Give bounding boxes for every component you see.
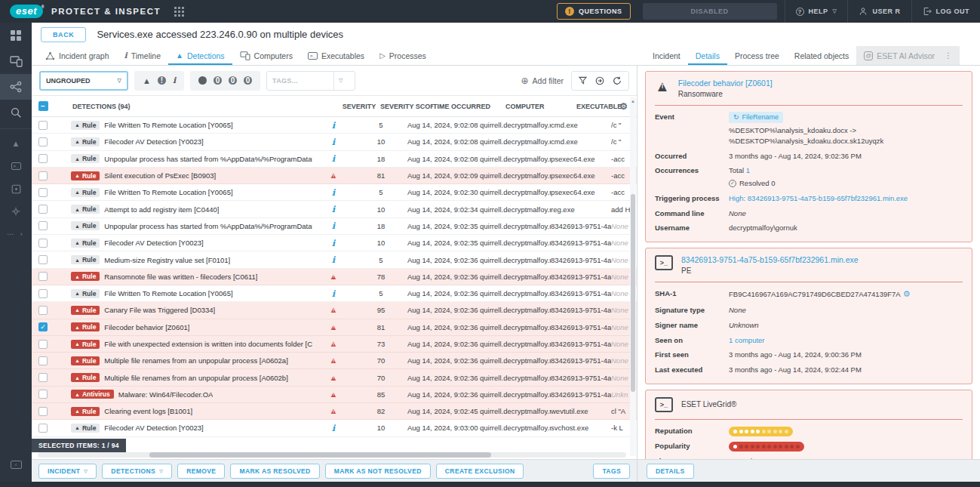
sidebar-item-computers[interactable] bbox=[0, 48, 32, 74]
table-row[interactable]: ▲RuleMedium-size Registry value set [F01… bbox=[32, 251, 637, 268]
row-checkbox[interactable] bbox=[38, 390, 48, 399]
tab-detections[interactable]: ▲Detections bbox=[168, 46, 232, 65]
sidebar-item-events[interactable] bbox=[0, 200, 32, 223]
back-button[interactable]: BACK bbox=[41, 27, 86, 42]
tab-computers[interactable]: Computers bbox=[232, 46, 300, 65]
funnel-icon[interactable] bbox=[579, 76, 587, 85]
mark-resolved-button[interactable]: MARK AS RESOLVED bbox=[230, 464, 319, 479]
file-rename-chip[interactable]: ↻FileRename bbox=[729, 112, 783, 123]
logout-button[interactable]: LOG OUT bbox=[911, 0, 980, 23]
executable-link[interactable]: 83426913-9751-4a75-b159-65f7bf232961.min… bbox=[681, 255, 859, 264]
table-row[interactable]: ▲RuleUnpopular process has started from … bbox=[32, 218, 637, 235]
tab-incident[interactable]: Incident bbox=[645, 46, 688, 65]
table-row[interactable]: ▲RuleFilecoder AV Detection [Y0023]i10Au… bbox=[32, 235, 637, 251]
seen-on-link[interactable]: 1 computer bbox=[729, 335, 963, 346]
table-row[interactable]: ▲RuleSilent execution of PsExec [B0903]▲… bbox=[32, 168, 637, 184]
row-checkbox[interactable] bbox=[38, 255, 48, 264]
tab-process-tree[interactable]: Process tree bbox=[727, 46, 787, 65]
column-severity-score[interactable]: SEVERITY SCORE bbox=[380, 103, 433, 110]
row-checkbox[interactable] bbox=[38, 373, 48, 382]
row-checkbox[interactable] bbox=[38, 188, 48, 197]
row-checkbox[interactable] bbox=[38, 272, 48, 281]
grouping-select[interactable]: UNGROUPED ▽ bbox=[39, 71, 128, 91]
column-settings-icon[interactable]: ⚙ bbox=[619, 101, 628, 112]
row-checkbox[interactable] bbox=[38, 289, 48, 298]
chevron-down-icon[interactable]: ▽ bbox=[333, 72, 347, 90]
table-row[interactable]: ▲RuleFile Written To Remote Location [Y0… bbox=[32, 184, 637, 201]
column-executable[interactable]: EXECUTABLE bbox=[576, 103, 637, 110]
info-filter-icon[interactable]: i bbox=[173, 76, 176, 85]
column-severity[interactable]: SEVERITY bbox=[338, 103, 380, 110]
questions-button[interactable]: ! QUESTIONS bbox=[557, 3, 631, 20]
sidebar-collapse-button[interactable]: ‹ bbox=[0, 453, 32, 476]
row-checkbox[interactable] bbox=[38, 205, 48, 214]
score-filter-3-icon[interactable]: 0 bbox=[229, 76, 237, 85]
tab-timeline[interactable]: iTimeline bbox=[117, 46, 168, 65]
kebab-menu-icon[interactable]: ⋮ bbox=[945, 51, 952, 60]
row-checkbox[interactable] bbox=[38, 171, 48, 180]
create-exclusion-button[interactable]: CREATE EXCLUSION bbox=[436, 464, 524, 479]
sidebar-item-dashboard[interactable] bbox=[0, 23, 32, 48]
row-checkbox[interactable] bbox=[38, 424, 48, 433]
apps-grid-icon[interactable] bbox=[174, 7, 184, 17]
row-checkbox[interactable]: ✓ bbox=[38, 322, 48, 331]
sidebar-item-incidents[interactable] bbox=[0, 74, 32, 100]
table-row[interactable]: ▲RuleCanary File was Triggered [D0334]▲9… bbox=[32, 302, 637, 319]
sidebar-item-detections[interactable]: ▲ bbox=[0, 132, 32, 155]
incident-menu-button[interactable]: INCIDENT▽ bbox=[38, 464, 97, 479]
row-checkbox[interactable] bbox=[38, 356, 48, 365]
column-time-occurred[interactable]: TIME OCCURRED bbox=[433, 103, 505, 110]
refresh-icon[interactable] bbox=[613, 76, 622, 85]
table-row[interactable]: ▲RuleFilecoder AV Detection [Y0023]i10Au… bbox=[32, 134, 637, 150]
table-row[interactable]: ▲RuleMultiple file renames from an unpop… bbox=[32, 369, 637, 386]
table-row[interactable]: ▲RuleRansomnote file was written - filec… bbox=[32, 269, 637, 285]
table-row[interactable]: ▲RuleFile with unexpected extension is w… bbox=[32, 336, 637, 353]
table-row[interactable]: ▲RuleClearing event logs [B1001]▲82Aug 1… bbox=[32, 403, 637, 420]
score-filter-1-icon[interactable]: 0 bbox=[198, 76, 207, 85]
row-checkbox[interactable] bbox=[38, 221, 48, 230]
mark-not-resolved-button[interactable]: MARK AS NOT RESOLVED bbox=[325, 464, 431, 479]
filter-presets-icon[interactable] bbox=[595, 76, 604, 85]
add-filter-button[interactable]: ⊕ Add filter bbox=[521, 76, 564, 86]
disabled-button[interactable]: DISABLED bbox=[643, 3, 777, 20]
table-row[interactable]: ▲RuleFile Written To Remote Location [Y0… bbox=[32, 285, 637, 302]
table-row[interactable]: ▲RuleFilecoder AV Detection [Y0023]i10Au… bbox=[32, 420, 637, 436]
row-checkbox[interactable] bbox=[38, 306, 48, 315]
occurrences-total-link[interactable]: 1 bbox=[746, 166, 750, 174]
vertical-scrollbar[interactable]: ▲ bbox=[630, 97, 636, 456]
row-checkbox[interactable] bbox=[38, 239, 48, 248]
triggering-process-link[interactable]: High: 83426913-9751-4a75-b159-65f7bf2329… bbox=[729, 193, 963, 204]
sidebar-item-search[interactable] bbox=[0, 100, 32, 125]
tags-button[interactable]: TAGS bbox=[593, 464, 630, 479]
score-filter-2-icon[interactable]: 0 bbox=[214, 76, 222, 85]
column-computer[interactable]: COMPUTER bbox=[505, 103, 576, 110]
vertical-scrollbar-thumb[interactable] bbox=[631, 194, 635, 391]
remove-button[interactable]: REMOVE bbox=[177, 464, 225, 479]
sidebar-item-more[interactable]: ⋯ › bbox=[0, 223, 32, 245]
tab-processes[interactable]: ▷Processes bbox=[372, 46, 434, 65]
table-row[interactable]: ▲RuleMultiple file renames from an unpop… bbox=[32, 353, 637, 369]
warning-triangle-filter-icon[interactable]: ▲ bbox=[143, 76, 151, 85]
table-row[interactable]: ▲AntivirusMalware: Win64/Filecoder.OA▲85… bbox=[32, 387, 637, 403]
sidebar-item-executables[interactable]: >_ bbox=[0, 155, 32, 177]
column-detections[interactable]: DETECTIONS (94) bbox=[54, 103, 338, 110]
table-row[interactable]: ▲RuleAttempt to add registry item [C0440… bbox=[32, 201, 637, 217]
table-row[interactable]: ▲RuleFile Written To Remote Location [Y0… bbox=[32, 117, 637, 134]
help-button[interactable]: ? HELP ▽ bbox=[785, 0, 848, 23]
table-row[interactable]: ▲RuleUnpopular process has started from … bbox=[32, 151, 637, 168]
row-checkbox[interactable] bbox=[38, 407, 48, 416]
score-filter-4-icon[interactable]: 0 bbox=[244, 76, 252, 85]
detections-menu-button[interactable]: DETECTIONS▽ bbox=[102, 464, 172, 479]
tab-related-objects[interactable]: Related objects bbox=[787, 46, 856, 65]
tab-executables[interactable]: >_Executables bbox=[300, 46, 372, 65]
tab-details[interactable]: Details bbox=[688, 46, 727, 65]
row-checkbox[interactable] bbox=[38, 340, 48, 349]
select-all-checkbox[interactable]: − bbox=[38, 101, 48, 111]
details-button[interactable]: DETAILS bbox=[647, 464, 694, 479]
detection-link[interactable]: Filecoder behavior [Z0601] bbox=[678, 79, 773, 88]
user-button[interactable]: USER R bbox=[847, 0, 911, 23]
table-row[interactable]: ✓▲RuleFilecoder behavior [Z0601]▲81Aug 1… bbox=[32, 319, 637, 336]
hash-settings-icon[interactable]: ⚙ bbox=[903, 289, 911, 298]
error-circle-filter-icon[interactable]: ! bbox=[158, 76, 166, 85]
horizontal-scrollbar[interactable] bbox=[38, 452, 626, 458]
